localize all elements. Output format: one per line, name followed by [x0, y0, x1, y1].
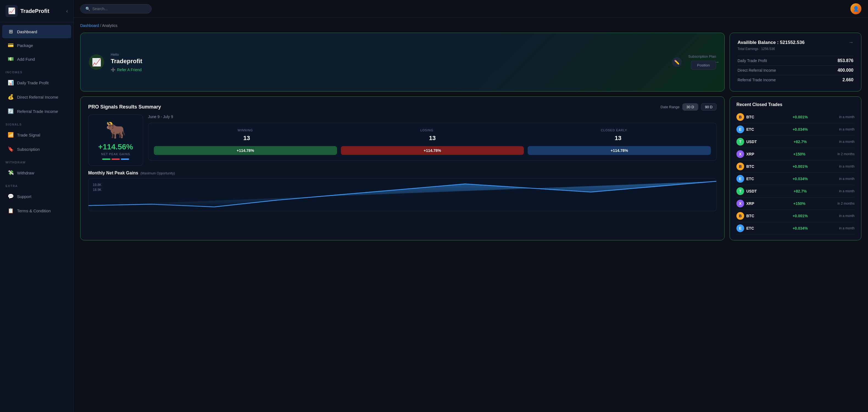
trade-coin: B BTC	[737, 113, 761, 121]
trade-row: X XRP +150% in 2 months	[737, 197, 855, 210]
trade-row: B BTC +0.001% in a month	[737, 210, 855, 222]
bar-green	[102, 158, 111, 160]
trade-coin: B BTC	[737, 163, 761, 170]
trade-change: +0.034%	[789, 127, 811, 132]
coin-name: USDT	[746, 139, 757, 144]
trade-row: X XRP +150% in 2 months	[737, 148, 855, 160]
stats-values-row: 13 13 13	[154, 135, 711, 142]
signals-title: PRO Signals Results Summary	[88, 104, 161, 110]
coin-icon-xrp: X	[737, 200, 744, 208]
sidebar-logo: 📈 TradeProfit ‹	[0, 0, 73, 22]
extra-section-label: EXTRA	[0, 180, 73, 189]
package-icon: 💳	[8, 42, 14, 48]
search-input[interactable]	[92, 7, 146, 11]
top-row: 📈 Hello Tradeprofit ➕ Refer A Friend ✏️ …	[80, 33, 861, 92]
bull-label: NET PEAK GAINS	[101, 153, 130, 156]
content-area: Dashboard / Analytics 📈 Hello Tradeprofi…	[73, 18, 868, 412]
edit-profile-button[interactable]: ✏️	[672, 57, 682, 67]
coin-name: BTC	[746, 164, 754, 169]
sidebar-label-dashboard: Dashboard	[17, 29, 37, 34]
monthly-section: Monthly Net Peak Gains (Maximum Opportun…	[88, 170, 717, 211]
welcome-arrow-icon[interactable]: →	[714, 59, 719, 65]
sidebar-item-terms[interactable]: 📋 Terms & Condition	[2, 204, 71, 217]
welcome-card: 📈 Hello Tradeprofit ➕ Refer A Friend ✏️ …	[80, 33, 724, 92]
sidebar: 📈 TradeProfit ‹ ⊞ Dashboard 💳 Package 💵 …	[0, 0, 73, 412]
trade-change: +0.001%	[789, 115, 811, 119]
trade-time: in a month	[839, 226, 855, 230]
total-earnings: Total Earnings : 1256.536	[738, 47, 854, 51]
closed-early-bar: +114.78%	[528, 146, 711, 155]
range-btn-90d[interactable]: 90 D	[701, 103, 717, 111]
trade-coin: X XRP	[737, 200, 761, 208]
signals-body: 🐂 +114.56% NET PEAK GAINS June 9 - July …	[88, 115, 717, 166]
monthly-subtitle: (Maximum Opportunity)	[141, 171, 175, 175]
trade-row: B BTC +0.001% in a month	[737, 111, 855, 123]
sidebar-item-trade-signal[interactable]: 📶 Trade Signal	[2, 128, 71, 141]
date-range-label: Date Range	[661, 105, 680, 109]
trade-signal-icon: 📶	[8, 132, 14, 138]
stats-bars: +114.78% +114.78% +114.78%	[154, 146, 711, 155]
coin-name: ETC	[746, 226, 754, 230]
sidebar-item-referral-trade[interactable]: 🔄 Referral Trade Income	[2, 105, 71, 118]
balance-arrow-icon[interactable]: →	[848, 39, 854, 45]
bull-bar	[102, 158, 129, 160]
subscription-label: Subscription Plan	[688, 54, 716, 59]
trade-coin: T USDT	[737, 187, 761, 195]
sidebar-item-direct-referral[interactable]: 💰 Direct Referral Income	[2, 90, 71, 103]
coin-name: XRP	[746, 201, 754, 206]
sidebar-item-dashboard[interactable]: ⊞ Dashboard	[2, 25, 71, 38]
range-btn-30d[interactable]: 30 D	[682, 103, 698, 111]
date-period: June 9 - July 9	[148, 115, 717, 119]
sidebar-item-daily-trade[interactable]: 📊 Daily Trade Profit	[2, 76, 71, 89]
monthly-chart-svg	[88, 179, 716, 211]
income-label-referral: Referral Trade Income	[738, 78, 776, 82]
closed-early-label: CLOSED EARLY	[601, 129, 627, 132]
search-box[interactable]: 🔍	[80, 4, 152, 13]
breadcrumb-dashboard[interactable]: Dashboard	[80, 23, 99, 28]
terms-icon: 📋	[8, 208, 14, 214]
coin-icon-usdt: T	[737, 187, 744, 195]
position-button[interactable]: Position	[691, 61, 716, 70]
trade-change: +0.034%	[789, 177, 811, 181]
monthly-title: Monthly Net Peak Gains	[88, 170, 138, 176]
user-avatar[interactable]: 👤	[850, 3, 861, 14]
sidebar-label-referral-trade: Referral Trade Income	[17, 109, 58, 114]
trade-time: in a month	[839, 177, 855, 181]
trade-coin: X XRP	[737, 150, 761, 158]
signals-card: PRO Signals Results Summary Date Range 3…	[80, 96, 724, 240]
sidebar-item-add-fund[interactable]: 💵 Add Fund	[2, 53, 71, 66]
stats-header-row: WINNING LOSING CLOSED EARLY	[154, 129, 711, 132]
sidebar-label-add-fund: Add Fund	[17, 57, 35, 62]
trade-coin: T USDT	[737, 138, 761, 146]
refer-friend-button[interactable]: ➕ Refer A Friend	[111, 68, 142, 72]
sidebar-item-withdraw[interactable]: 💸 Withdraw	[2, 166, 71, 179]
bottom-row: PRO Signals Results Summary Date Range 3…	[80, 96, 861, 240]
support-icon: 💬	[8, 193, 14, 199]
withdraw-icon: 💸	[8, 170, 14, 176]
losing-bar: +114.78%	[341, 146, 524, 155]
collapse-btn[interactable]: ‹	[66, 8, 68, 14]
coin-name: ETC	[746, 127, 754, 132]
sidebar-item-subscription[interactable]: 🔖 Subscription	[2, 142, 71, 156]
welcome-hello: Hello	[111, 53, 665, 57]
subscription-area: Subscription Plan Position	[688, 54, 716, 70]
income-value-daily: 853.876	[838, 58, 854, 63]
search-icon: 🔍	[86, 7, 90, 11]
incomes-section-label: INCOMES	[0, 66, 73, 75]
trades-card: Recent Closed Trades B BTC +0.001% in a …	[730, 96, 861, 240]
sidebar-item-support[interactable]: 💬 Support	[2, 190, 71, 203]
bar-red	[112, 158, 120, 160]
add-fund-icon: 💵	[8, 56, 14, 62]
income-row-referral: Referral Trade Income 2.660	[738, 75, 854, 85]
bull-card: 🐂 +114.56% NET PEAK GAINS	[88, 115, 143, 166]
welcome-name: Tradeprofit	[111, 58, 665, 65]
sidebar-item-package[interactable]: 💳 Package	[2, 39, 71, 52]
sidebar-label-trade-signal: Trade Signal	[17, 133, 40, 137]
trade-time: in 2 months	[838, 201, 855, 205]
bull-percent: +114.56%	[98, 142, 133, 151]
topbar-right: 👤	[850, 3, 861, 14]
sidebar-label-package: Package	[17, 43, 33, 48]
trade-coin: E ETC	[737, 175, 761, 183]
coin-icon-etc: E	[737, 175, 744, 183]
balance-title: Availible Balance : 521552.536	[738, 40, 805, 45]
